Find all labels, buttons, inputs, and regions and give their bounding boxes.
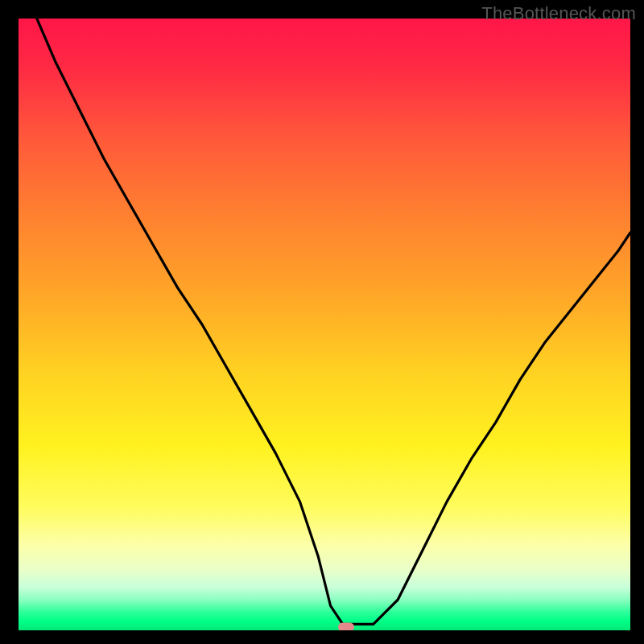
bottleneck-curve: [19, 19, 630, 630]
optimal-point-marker: [338, 623, 354, 630]
watermark-label: TheBottleneck.com: [481, 3, 636, 24]
chart-plot-area: [19, 19, 630, 630]
